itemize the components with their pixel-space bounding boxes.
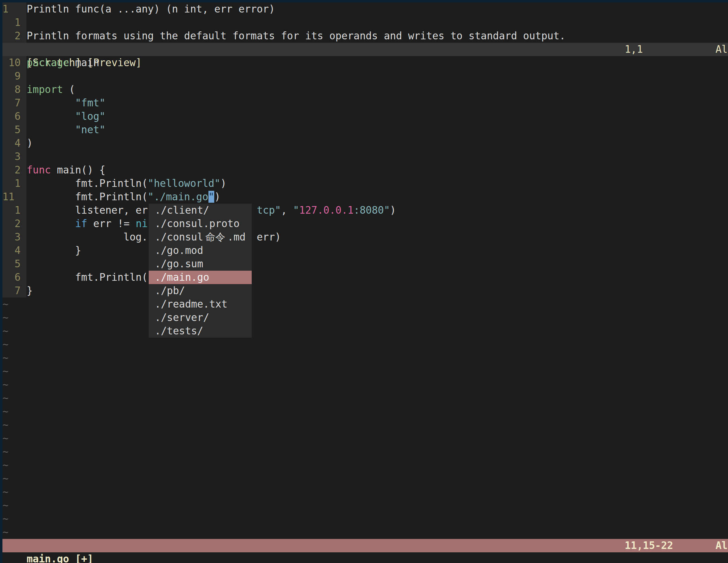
empty-line-tilde: ~ — [2, 512, 728, 526]
code-text: } — [27, 285, 33, 297]
buffer-line[interactable]: 6 fmt.Println( — [2, 271, 728, 284]
completion-item[interactable]: ./go.mod — [149, 244, 252, 257]
code-text: ) — [214, 191, 220, 203]
tilde-marker: ~ — [2, 459, 9, 471]
line-number: 1 — [2, 177, 27, 190]
vim-screen: [Scratch] [Preview] 1,1 Al main.go [+] 1… — [2, 2, 728, 563]
empty-line-tilde: ~ — [2, 472, 728, 485]
tilde-marker: ~ — [2, 298, 9, 310]
line-number: 6 — [2, 110, 27, 123]
line-number: 8 — [2, 83, 27, 96]
code-text: func — [27, 164, 51, 176]
line-number: 2 — [2, 217, 27, 230]
completion-item[interactable]: ./tests/ — [149, 324, 252, 338]
scroll-indicator: Al — [716, 43, 728, 56]
empty-line-tilde: ~ — [2, 458, 728, 472]
tilde-marker: ~ — [2, 405, 9, 417]
buffer-line[interactable]: 4 } — [2, 244, 728, 257]
empty-line-tilde: ~ — [2, 432, 728, 445]
cjk-filename-text: 命令 — [203, 230, 227, 244]
code-text — [27, 218, 75, 230]
empty-line-tilde: ~ — [2, 526, 728, 539]
code-text: , — [281, 204, 293, 216]
empty-line-tilde: ~ — [2, 311, 728, 324]
buffer-line[interactable]: 7 "fmt" — [2, 96, 728, 110]
empty-line-tilde: ~ — [2, 298, 728, 311]
code-text: package — [27, 57, 69, 69]
code-text: "log" — [27, 110, 105, 122]
ruler-position: 1,1 — [625, 43, 643, 56]
buffer-line[interactable]: 2 Println formats using the default form… — [2, 29, 728, 43]
buffer-line[interactable]: 1 listener, er tcp", "127.0.0.1:8080") — [2, 204, 728, 217]
tilde-marker: ~ — [2, 499, 9, 511]
tilde-marker: ~ — [2, 312, 9, 323]
completion-item[interactable]: ./go.sum — [149, 257, 252, 271]
buffer-line[interactable]: 9 — [2, 69, 728, 83]
buffer-line[interactable]: 5 "net" — [2, 123, 728, 137]
empty-line-tilde: ~ — [2, 418, 728, 432]
tilde-marker: ~ — [2, 325, 9, 337]
code-text: main() { — [51, 164, 105, 176]
vim-terminal: { "palette": { "border": "#0c2134", "bg"… — [0, 0, 728, 563]
code-text: "./main.go — [148, 191, 208, 203]
code-text: import — [27, 84, 63, 95]
empty-line-tilde: ~ — [2, 405, 728, 418]
code-text: ( — [63, 84, 75, 95]
completion-item[interactable]: ./consul命令.md — [149, 230, 252, 244]
code-text: Println formats using the default format… — [27, 30, 565, 42]
empty-line-tilde: ~ — [2, 445, 728, 458]
code-text: ) — [27, 137, 33, 149]
command-line: -- File name completion (^F^N^P) match 6… — [2, 552, 728, 563]
code-text: :8080" — [353, 204, 390, 216]
code-text: listener, er — [27, 204, 147, 216]
code-text: ) — [220, 177, 226, 189]
line-number: 4 — [2, 244, 27, 257]
line-number: 3 — [2, 150, 27, 163]
buffer-line[interactable]: 1 — [2, 16, 728, 29]
buffer-line[interactable]: 3 log. err) — [2, 230, 728, 244]
tilde-marker: ~ — [2, 446, 9, 458]
code-text: ) — [390, 204, 396, 216]
buffer-line[interactable]: 3 — [2, 150, 728, 163]
empty-line-tilde: ~ — [2, 499, 728, 512]
buffer-line[interactable]: 5 — [2, 257, 728, 271]
line-number: 2 — [2, 29, 27, 43]
completion-item-selected[interactable]: ./main.go — [149, 271, 252, 284]
buffer-line[interactable]: 2 func main() { — [2, 163, 728, 177]
empty-line-tilde: ~ — [2, 351, 728, 365]
code-text: err != — [87, 218, 136, 230]
code-text: "helloworld" — [148, 177, 220, 189]
buffer-line[interactable]: 2 if err != ni — [2, 217, 728, 230]
buffer-line[interactable]: 11 fmt.Println("./main.go") — [2, 190, 728, 204]
tilde-marker: ~ — [2, 338, 9, 350]
statusline-preview-window: [Scratch] [Preview] 1,1 Al — [2, 43, 728, 56]
buffer-line[interactable]: 6 "log" — [2, 110, 728, 123]
code-text: "fmt" — [27, 97, 105, 109]
completion-item[interactable]: ./client/ — [149, 204, 252, 217]
completion-item[interactable]: ./pb/ — [149, 284, 252, 298]
empty-line-tilde: ~ — [2, 391, 728, 405]
empty-line-tilde: ~ — [2, 365, 728, 378]
buffer-line[interactable]: 7 } — [2, 284, 728, 298]
buffer-line[interactable]: 1 fmt.Println("helloworld") — [2, 177, 728, 190]
code-text: main — [69, 57, 99, 69]
line-number: 2 — [2, 163, 27, 177]
buffer-line[interactable]: 8 import ( — [2, 83, 728, 96]
code-text: fmt.Println( — [27, 271, 147, 283]
code-text: fmt.Println( — [27, 177, 147, 189]
buffer-line[interactable]: 1 Println func(a ...any) (n int, err err… — [2, 2, 728, 16]
line-number: 5 — [2, 123, 27, 137]
buffer-line[interactable]: 4 ) — [2, 137, 728, 150]
tilde-marker: ~ — [2, 419, 9, 431]
completion-item[interactable]: ./server/ — [149, 311, 252, 324]
code-text: fmt.Println( — [27, 191, 147, 203]
line-number: 11 — [2, 190, 27, 204]
code-text: Println func(a ...any) (n int, err error… — [27, 3, 275, 15]
buffer-line[interactable]: 10 package main — [2, 56, 728, 69]
tilde-marker: ~ — [2, 379, 9, 390]
tilde-marker: ~ — [2, 392, 9, 404]
cursor: " — [208, 191, 215, 203]
completion-item[interactable]: ./readme.txt — [149, 298, 252, 311]
tilde-marker: ~ — [2, 352, 9, 364]
completion-item[interactable]: ./consul.proto — [149, 217, 252, 230]
